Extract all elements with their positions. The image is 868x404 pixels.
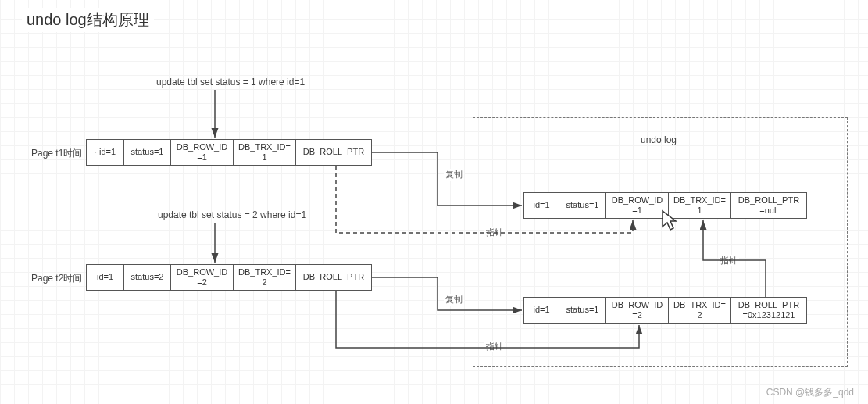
page-t2-row: id=1 status=2 DB_ROW_ID =2 DB_TRX_ID= 2 … [86, 264, 372, 291]
edge-label-pointer-3: 指针 [719, 255, 739, 266]
cell-id: id=1 [524, 193, 559, 218]
sql-statement-1: update tbl set status = 1 where id=1 [156, 77, 305, 88]
sql-statement-2: update tbl set status = 2 where id=1 [158, 209, 306, 220]
cell-row-id: DB_ROW_ID =2 [171, 265, 234, 290]
cell-row-id: DB_ROW_ID =1 [171, 140, 234, 165]
cell-status: status=1 [559, 298, 606, 323]
cell-id: id=1 [87, 265, 124, 290]
diagram-canvas: undo log结构原理 update tbl set status = 1 w… [0, 0, 868, 404]
edge-label-pointer-1: 指针 [484, 227, 505, 238]
undo-row-2: id=1 status=1 DB_ROW_ID =2 DB_TRX_ID= 2 … [523, 297, 807, 324]
cell-row-id: DB_ROW_ID =1 [606, 193, 669, 218]
cell-id: · id=1 [87, 140, 124, 165]
page-t2-label: Page t2时间 [31, 272, 82, 285]
cell-id: id=1 [524, 298, 559, 323]
cell-trx-id: DB_TRX_ID= 2 [234, 265, 296, 290]
cell-status: status=2 [124, 265, 171, 290]
cell-trx-id: DB_TRX_ID= 1 [669, 193, 731, 218]
undo-row-1: id=1 status=1 DB_ROW_ID =1 DB_TRX_ID= 1 … [523, 192, 807, 219]
cell-status: status=1 [124, 140, 171, 165]
cell-trx-id: DB_TRX_ID= 2 [669, 298, 731, 323]
cell-roll-ptr: DB_ROLL_PTR [296, 140, 371, 165]
cell-status: status=1 [559, 193, 606, 218]
undo-log-container [473, 117, 848, 367]
page-t1-label: Page t1时间 [31, 147, 82, 160]
cell-trx-id: DB_TRX_ID= 1 [234, 140, 296, 165]
edge-label-copy-1: 复制 [444, 169, 464, 181]
cell-roll-ptr: DB_ROLL_PTR =null [731, 193, 806, 218]
cell-row-id: DB_ROW_ID =2 [606, 298, 669, 323]
edge-label-pointer-2: 指针 [484, 341, 505, 352]
edge-label-copy-2: 复制 [444, 294, 464, 306]
diagram-title: undo log结构原理 [22, 8, 154, 32]
cell-roll-ptr: DB_ROLL_PTR =0x12312121 [731, 298, 806, 323]
watermark: CSDN @钱多多_qdd [766, 386, 854, 399]
undo-log-title: undo log [641, 134, 677, 145]
cell-roll-ptr: DB_ROLL_PTR [296, 265, 371, 290]
page-t1-row: · id=1 status=1 DB_ROW_ID =1 DB_TRX_ID= … [86, 139, 372, 166]
